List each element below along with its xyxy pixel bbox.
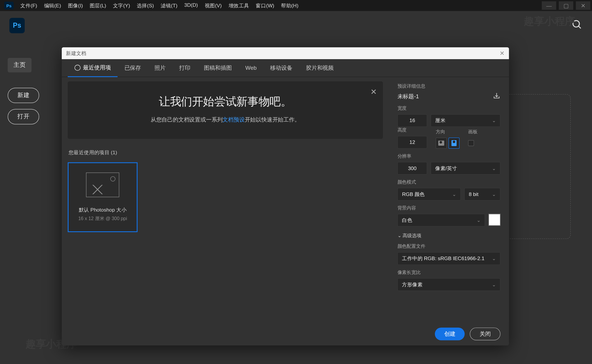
dialog-left: ✕ 让我们开始尝试新事物吧。 从您自己的文档设置或一系列文档预设开始以快速开始工… [62,77,389,323]
dialog-footer: 创建 关闭 [62,323,509,345]
window-controls: — ▢ ✕ [542,1,590,10]
chevron-down-icon: ⌄ [492,118,496,123]
menu-layer[interactable]: 图层(L) [86,0,109,11]
dialog-close-icon[interactable]: ✕ [500,50,505,56]
close-window-button[interactable]: ✕ [576,1,590,10]
app-logo: Ps [4,2,14,9]
home-tab[interactable]: 主页 [8,58,31,72]
orientation-landscape[interactable] [448,138,460,149]
orientation-label: 方向 [436,129,460,135]
hero-banner: ✕ 让我们开始尝试新事物吧。 从您自己的文档设置或一系列文档预设开始以快速开始工… [68,81,383,139]
search-icon[interactable] [572,19,583,32]
close-button[interactable]: 关闭 [470,328,500,340]
panel-heading: 预设详细信息 [398,83,500,89]
new-document-dialog: 新建文档 ✕ 最近使用项 已保存 照片 打印 图稿和插图 Web 移动设备 胶片… [62,47,509,345]
tab-saved[interactable]: 已保存 [118,59,148,77]
preset-detail: 16 x 12 厘米 @ 300 ppi [78,215,127,222]
tab-film[interactable]: 胶片和视频 [299,59,340,77]
chevron-down-icon: ⌄ [492,192,496,197]
dialog-titlebar: 新建文档 ✕ [62,47,509,59]
dialog-title: 新建文档 [66,50,86,57]
tab-print[interactable]: 打印 [172,59,197,77]
menu-select[interactable]: 选择(S) [134,0,157,11]
recent-label: 您最近使用的项目 (1) [69,149,383,157]
home-left-nav: 主页 新建 打开 [8,58,54,130]
save-preset-icon[interactable] [493,92,500,101]
main-area: 趣享小程序 趣享小程序 Ps 主页 新建 打开 趣享小程序 新建文档 ✕ 最近使… [0,11,592,364]
menu-plugins[interactable]: 增效工具 [225,0,252,11]
chevron-down-icon: ⌄ [477,217,480,223]
resolution-label: 分辨率 [398,153,500,159]
doc-title-input[interactable]: 未标题-1 [398,93,419,100]
bg-select[interactable]: 白色⌄ [398,214,485,227]
open-button[interactable]: 打开 [8,109,39,124]
menu-bar: 文件(F) 编辑(E) 图像(I) 图层(L) 文字(Y) 选择(S) 滤镜(T… [17,0,302,11]
svg-line-1 [578,26,581,29]
resolution-unit-select[interactable]: 像素/英寸⌄ [430,162,500,174]
menu-3d[interactable]: 3D(D) [181,0,201,11]
tab-web[interactable]: Web [239,59,264,77]
hero-link[interactable]: 文档预设 [222,116,245,123]
chevron-down-icon: ⌄ [492,282,496,287]
clock-icon [74,64,80,70]
color-mode-select[interactable]: RGB 颜色⌄ [398,188,461,200]
color-mode-label: 颜色模式 [398,179,500,185]
hero-close-icon[interactable]: ✕ [370,87,377,97]
preset-thumb-icon [86,172,119,197]
width-unit-select[interactable]: 厘米⌄ [430,114,500,127]
profile-select[interactable]: 工作中的 RGB: sRGB IEC61966-2.1⌄ [398,252,500,265]
aspect-label: 像素长宽比 [398,269,500,276]
svg-point-0 [573,21,579,27]
bit-depth-select[interactable]: 8 bit⌄ [464,188,500,200]
width-unit-value: 厘米 [435,117,445,124]
chevron-down-icon: ⌄ [492,165,496,171]
minimize-button[interactable]: — [542,1,556,10]
preset-name: 默认 Photoshop 大小 [79,207,127,214]
menu-filter[interactable]: 滤镜(T) [157,0,181,11]
menu-edit[interactable]: 编辑(E) [41,0,64,11]
width-input[interactable]: 16 [398,114,427,127]
hero-sub-a: 从您自己的文档设置或一系列 [151,116,223,123]
profile-value: 工作中的 RGB: sRGB IEC61966-2.1 [402,255,484,262]
hero-title: 让我们开始尝试新事物吧。 [79,94,372,109]
preset-details-panel: 预设详细信息 未标题-1 宽度 16 厘米⌄ 高度 12 [389,77,509,323]
menu-window[interactable]: 窗口(W) [252,0,278,11]
tab-mobile[interactable]: 移动设备 [263,59,299,77]
resolution-input[interactable]: 300 [398,162,427,174]
new-button[interactable]: 新建 [8,88,39,103]
tab-recent-label: 最近使用项 [83,64,111,71]
artboard-checkbox[interactable] [468,140,474,146]
preset-card[interactable]: 默认 Photoshop 大小 16 x 12 厘米 @ 300 ppi [68,162,137,232]
home-header: Ps [0,11,592,40]
menu-help[interactable]: 帮助(H) [278,0,302,11]
bg-color-swatch[interactable] [488,214,500,226]
dialog-tabs: 最近使用项 已保存 照片 打印 图稿和插图 Web 移动设备 胶片和视频 [62,59,509,77]
color-mode-value: RGB 颜色 [402,191,425,198]
tab-recent[interactable]: 最近使用项 [68,59,117,77]
menu-type[interactable]: 文字(Y) [109,0,133,11]
profile-label: 颜色配置文件 [398,243,500,250]
menu-image[interactable]: 图像(I) [64,0,86,11]
tab-art[interactable]: 图稿和插图 [197,59,238,77]
ps-logo: Ps [9,18,25,33]
chevron-down-icon: ⌄ [452,192,456,197]
maximize-button[interactable]: ▢ [559,1,573,10]
resolution-unit-value: 像素/英寸 [435,164,457,172]
chevron-down-icon: ⌄ [492,256,496,261]
aspect-select[interactable]: 方形像素⌄ [398,278,500,291]
create-button[interactable]: 创建 [435,328,465,340]
width-label: 宽度 [398,105,500,112]
bg-label: 背景内容 [398,205,500,211]
menu-file[interactable]: 文件(F) [17,0,41,11]
height-input[interactable]: 12 [398,136,427,149]
menu-view[interactable]: 视图(V) [201,0,225,11]
titlebar: Ps 文件(F) 编辑(E) 图像(I) 图层(L) 文字(Y) 选择(S) 滤… [0,0,592,11]
height-label: 高度 [398,127,427,133]
bg-value: 白色 [402,217,412,224]
bit-depth-value: 8 bit [469,191,478,197]
tab-photo[interactable]: 照片 [148,59,172,77]
aspect-value: 方形像素 [402,281,422,288]
advanced-toggle[interactable]: 高级选项 [398,232,500,239]
artboard-label: 画板 [468,129,478,135]
orientation-portrait[interactable] [436,138,447,149]
